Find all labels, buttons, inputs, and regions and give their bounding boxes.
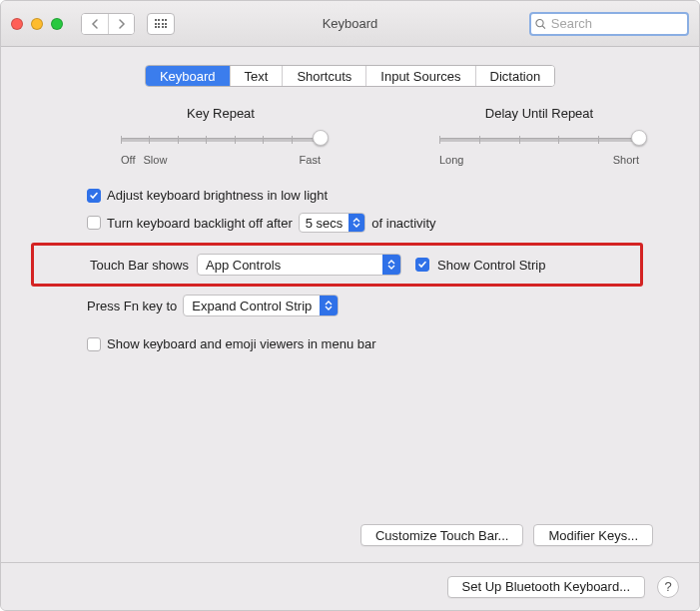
forward-button[interactable] (108, 14, 134, 34)
backlight-off-select[interactable]: 5 secs (299, 213, 366, 233)
fn-key-label: Press Fn key to (87, 299, 177, 313)
back-button[interactable] (82, 14, 108, 34)
bluetooth-keyboard-button[interactable]: Set Up Bluetooth Keyboard... (447, 576, 645, 598)
auto-brightness-checkbox[interactable] (87, 189, 101, 203)
slider-ticks (439, 136, 639, 144)
select-value: App Controls (198, 258, 382, 273)
help-button[interactable]: ? (657, 576, 679, 598)
search-icon (535, 18, 546, 30)
menu-bar-viewers-checkbox[interactable] (87, 337, 101, 351)
slider-label-off: Off (121, 154, 135, 166)
titlebar: Keyboard (1, 1, 699, 47)
menu-bar-viewers-row: Show keyboard and emoji viewers in menu … (87, 336, 653, 351)
auto-brightness-label: Adjust keyboard brightness in low light (107, 188, 328, 203)
backlight-off-label-after: of inactivity (371, 216, 435, 231)
backlight-off-checkbox[interactable] (87, 216, 101, 230)
key-repeat-title: Key Repeat (121, 106, 321, 121)
options-area: Adjust keyboard brightness in low light … (47, 188, 653, 351)
show-control-strip-label: Show Control Strip (437, 258, 545, 273)
select-stepper-icon (349, 214, 364, 232)
backlight-off-label-before: Turn keyboard backlight off after (107, 216, 293, 231)
system-preferences-window: Keyboard Keyboard Text Shortcuts Input S… (0, 0, 700, 611)
sliders-row: Key Repeat Off Slow Fast Delay Until Rep… (47, 106, 653, 166)
svg-line-1 (542, 25, 545, 28)
minimize-window-button[interactable] (31, 18, 43, 30)
nav-segment (81, 13, 135, 35)
key-repeat-slider[interactable] (121, 129, 321, 151)
touchbar-label: Touch Bar shows (90, 258, 189, 273)
search-field[interactable] (529, 12, 689, 36)
customize-touch-bar-button[interactable]: Customize Touch Bar... (360, 524, 523, 546)
tab-shortcuts[interactable]: Shortcuts (282, 66, 365, 86)
tab-dictation[interactable]: Dictation (475, 66, 555, 86)
show-all-button[interactable] (147, 13, 175, 35)
touchbar-select[interactable]: App Controls (197, 254, 401, 276)
slider-label-slow: Slow (143, 154, 167, 166)
tab-segment: Keyboard Text Shortcuts Input Sources Di… (145, 65, 555, 87)
menu-bar-viewers-label: Show keyboard and emoji viewers in menu … (107, 336, 376, 351)
chevron-left-icon (91, 19, 99, 29)
slider-thumb[interactable] (631, 130, 647, 146)
delay-slider[interactable] (439, 129, 639, 151)
select-value: Expand Control Strip (184, 299, 320, 313)
search-input[interactable] (549, 15, 683, 32)
window-controls (11, 18, 63, 30)
grid-icon (155, 19, 168, 28)
select-stepper-icon (320, 296, 338, 315)
delay-group: Delay Until Repeat Long Short (439, 106, 639, 166)
touchbar-highlight: Touch Bar shows App Controls Show Contro… (31, 243, 643, 287)
auto-brightness-row: Adjust keyboard brightness in low light (87, 188, 653, 203)
select-stepper-icon (382, 255, 400, 275)
slider-label-fast: Fast (300, 154, 321, 166)
slider-ticks (121, 136, 321, 144)
tabs: Keyboard Text Shortcuts Input Sources Di… (1, 65, 699, 87)
close-window-button[interactable] (11, 18, 23, 30)
footer: Set Up Bluetooth Keyboard... ? (1, 562, 699, 610)
slider-thumb[interactable] (313, 130, 329, 146)
svg-point-0 (536, 19, 543, 26)
zoom-window-button[interactable] (51, 18, 63, 30)
show-control-strip-checkbox[interactable] (415, 258, 429, 272)
key-repeat-group: Key Repeat Off Slow Fast (121, 106, 321, 166)
backlight-off-row: Turn keyboard backlight off after 5 secs… (87, 213, 653, 233)
select-value: 5 secs (300, 216, 350, 231)
slider-label-short: Short (613, 154, 639, 166)
delay-title: Delay Until Repeat (439, 106, 639, 121)
fn-key-row: Press Fn key to Expand Control Strip (87, 295, 653, 316)
tab-keyboard[interactable]: Keyboard (146, 66, 230, 86)
fn-key-select[interactable]: Expand Control Strip (183, 295, 339, 316)
chevron-right-icon (118, 19, 126, 29)
bottom-buttons: Customize Touch Bar... Modifier Keys... (360, 524, 653, 546)
slider-label-long: Long (439, 154, 463, 166)
tab-input-sources[interactable]: Input Sources (365, 66, 474, 86)
tab-text[interactable]: Text (230, 66, 283, 86)
keyboard-panel: Key Repeat Off Slow Fast Delay Until Rep… (1, 87, 699, 351)
modifier-keys-button[interactable]: Modifier Keys... (533, 524, 653, 546)
